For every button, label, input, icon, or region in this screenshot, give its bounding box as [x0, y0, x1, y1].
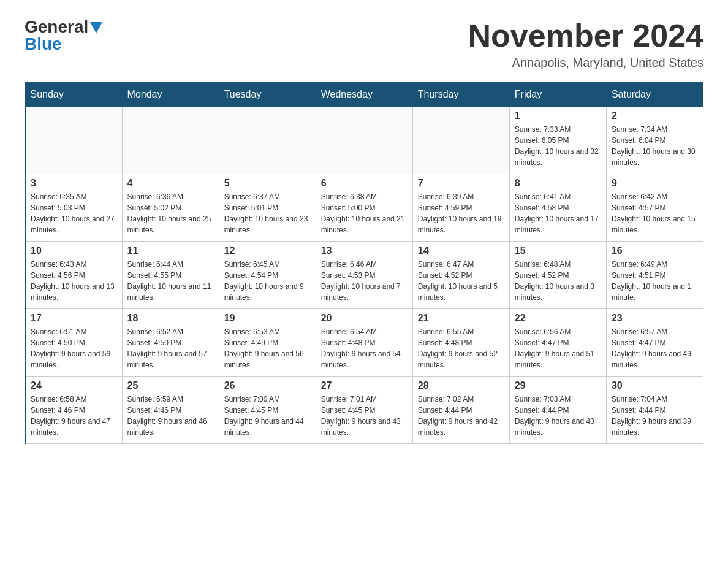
- calendar-cell: 29Sunrise: 7:03 AMSunset: 4:44 PMDayligh…: [509, 377, 606, 444]
- day-number: 10: [31, 245, 117, 256]
- day-number: 23: [612, 313, 698, 324]
- calendar-cell: 12Sunrise: 6:45 AMSunset: 4:54 PMDayligh…: [219, 242, 316, 309]
- day-info: Sunrise: 6:39 AMSunset: 4:59 PMDaylight:…: [418, 191, 504, 236]
- day-number: 2: [612, 110, 698, 121]
- logo: General Blue: [25, 18, 102, 53]
- day-info: Sunrise: 6:54 AMSunset: 4:48 PMDaylight:…: [321, 326, 408, 370]
- calendar-cell: [316, 107, 412, 174]
- day-number: 15: [515, 245, 601, 256]
- day-number: 29: [515, 380, 601, 391]
- calendar-cell: 6Sunrise: 6:38 AMSunset: 5:00 PMDaylight…: [316, 174, 412, 242]
- calendar-table: Sunday Monday Tuesday Wednesday Thursday…: [25, 82, 703, 444]
- day-info: Sunrise: 6:38 AMSunset: 5:00 PMDaylight:…: [321, 191, 408, 236]
- day-info: Sunrise: 7:01 AMSunset: 4:45 PMDaylight:…: [321, 394, 408, 438]
- day-info: Sunrise: 6:35 AMSunset: 5:03 PMDaylight:…: [31, 191, 117, 236]
- day-info: Sunrise: 7:34 AMSunset: 6:04 PMDaylight:…: [612, 124, 698, 168]
- day-number: 26: [224, 380, 311, 391]
- calendar-cell: 4Sunrise: 6:36 AMSunset: 5:02 PMDaylight…: [122, 174, 219, 242]
- day-number: 1: [515, 110, 601, 121]
- day-number: 16: [612, 245, 698, 256]
- day-number: 12: [224, 245, 311, 256]
- calendar-cell: 10Sunrise: 6:43 AMSunset: 4:56 PMDayligh…: [25, 242, 122, 309]
- col-sunday: Sunday: [25, 83, 122, 107]
- day-info: Sunrise: 6:36 AMSunset: 5:02 PMDaylight:…: [127, 191, 214, 236]
- day-info: Sunrise: 6:55 AMSunset: 4:48 PMDaylight:…: [418, 326, 504, 370]
- day-info: Sunrise: 6:52 AMSunset: 4:50 PMDaylight:…: [127, 326, 214, 370]
- col-thursday: Thursday: [412, 83, 509, 107]
- day-info: Sunrise: 7:04 AMSunset: 4:44 PMDaylight:…: [612, 394, 698, 438]
- calendar-cell: 20Sunrise: 6:54 AMSunset: 4:48 PMDayligh…: [316, 309, 412, 377]
- calendar-cell: 25Sunrise: 6:59 AMSunset: 4:46 PMDayligh…: [122, 377, 219, 444]
- day-info: Sunrise: 7:00 AMSunset: 4:45 PMDaylight:…: [224, 394, 311, 438]
- calendar-cell: 21Sunrise: 6:55 AMSunset: 4:48 PMDayligh…: [412, 309, 509, 377]
- calendar-cell: 18Sunrise: 6:52 AMSunset: 4:50 PMDayligh…: [122, 309, 219, 377]
- day-info: Sunrise: 7:33 AMSunset: 6:05 PMDaylight:…: [515, 124, 601, 168]
- calendar-cell: 27Sunrise: 7:01 AMSunset: 4:45 PMDayligh…: [316, 377, 412, 444]
- logo-arrow-icon: [90, 22, 102, 33]
- day-number: 27: [321, 380, 408, 391]
- calendar-cell: 15Sunrise: 6:48 AMSunset: 4:52 PMDayligh…: [509, 242, 606, 309]
- col-friday: Friday: [509, 83, 606, 107]
- calendar-cell: 26Sunrise: 7:00 AMSunset: 4:45 PMDayligh…: [219, 377, 316, 444]
- header-row: Sunday Monday Tuesday Wednesday Thursday…: [25, 83, 703, 107]
- calendar-cell: 3Sunrise: 6:35 AMSunset: 5:03 PMDaylight…: [25, 174, 122, 242]
- logo-general: General: [25, 18, 88, 36]
- day-number: 3: [31, 178, 117, 189]
- calendar-header: Sunday Monday Tuesday Wednesday Thursday…: [25, 83, 703, 107]
- day-number: 8: [515, 178, 601, 189]
- calendar-cell: 8Sunrise: 6:41 AMSunset: 4:58 PMDaylight…: [509, 174, 606, 242]
- title-area: November 2024 Annapolis, Maryland, Unite…: [468, 18, 703, 70]
- calendar-cell: [412, 107, 509, 174]
- day-number: 19: [224, 313, 311, 324]
- day-number: 25: [127, 380, 214, 391]
- calendar-cell: 16Sunrise: 6:49 AMSunset: 4:51 PMDayligh…: [606, 242, 703, 309]
- calendar-cell: 17Sunrise: 6:51 AMSunset: 4:50 PMDayligh…: [25, 309, 122, 377]
- day-info: Sunrise: 6:56 AMSunset: 4:47 PMDaylight:…: [515, 326, 601, 370]
- day-number: 11: [127, 245, 214, 256]
- calendar-cell: 1Sunrise: 7:33 AMSunset: 6:05 PMDaylight…: [509, 107, 606, 174]
- calendar-cell: 30Sunrise: 7:04 AMSunset: 4:44 PMDayligh…: [606, 377, 703, 444]
- day-number: 21: [418, 313, 504, 324]
- day-number: 18: [127, 313, 214, 324]
- day-number: 28: [418, 380, 504, 391]
- day-info: Sunrise: 7:02 AMSunset: 4:44 PMDaylight:…: [418, 394, 504, 438]
- day-info: Sunrise: 6:43 AMSunset: 4:56 PMDaylight:…: [31, 259, 117, 303]
- calendar-cell: [219, 107, 316, 174]
- day-number: 30: [612, 380, 698, 391]
- svg-marker-0: [90, 22, 102, 33]
- day-info: Sunrise: 6:46 AMSunset: 4:53 PMDaylight:…: [321, 259, 408, 303]
- day-number: 17: [31, 313, 117, 324]
- day-number: 22: [515, 313, 601, 324]
- day-info: Sunrise: 6:57 AMSunset: 4:47 PMDaylight:…: [612, 326, 698, 370]
- day-number: 20: [321, 313, 408, 324]
- day-number: 4: [127, 178, 214, 189]
- day-number: 5: [224, 178, 311, 189]
- calendar-week-2: 3Sunrise: 6:35 AMSunset: 5:03 PMDaylight…: [25, 174, 703, 242]
- calendar-cell: 9Sunrise: 6:42 AMSunset: 4:57 PMDaylight…: [606, 174, 703, 242]
- calendar-cell: [25, 107, 122, 174]
- calendar-week-5: 24Sunrise: 6:58 AMSunset: 4:46 PMDayligh…: [25, 377, 703, 444]
- day-number: 7: [418, 178, 504, 189]
- day-info: Sunrise: 6:41 AMSunset: 4:58 PMDaylight:…: [515, 191, 601, 236]
- month-title: November 2024: [468, 18, 703, 53]
- calendar-week-3: 10Sunrise: 6:43 AMSunset: 4:56 PMDayligh…: [25, 242, 703, 309]
- day-info: Sunrise: 7:03 AMSunset: 4:44 PMDaylight:…: [515, 394, 601, 438]
- day-number: 6: [321, 178, 408, 189]
- day-info: Sunrise: 6:44 AMSunset: 4:55 PMDaylight:…: [127, 259, 214, 303]
- calendar-cell: 23Sunrise: 6:57 AMSunset: 4:47 PMDayligh…: [606, 309, 703, 377]
- col-tuesday: Tuesday: [219, 83, 316, 107]
- calendar-cell: 2Sunrise: 7:34 AMSunset: 6:04 PMDaylight…: [606, 107, 703, 174]
- calendar-week-1: 1Sunrise: 7:33 AMSunset: 6:05 PMDaylight…: [25, 107, 703, 174]
- day-info: Sunrise: 6:59 AMSunset: 4:46 PMDaylight:…: [127, 394, 214, 438]
- calendar-body: 1Sunrise: 7:33 AMSunset: 6:05 PMDaylight…: [25, 107, 703, 444]
- calendar-cell: 11Sunrise: 6:44 AMSunset: 4:55 PMDayligh…: [122, 242, 219, 309]
- day-number: 24: [31, 380, 117, 391]
- calendar-cell: 13Sunrise: 6:46 AMSunset: 4:53 PMDayligh…: [316, 242, 412, 309]
- day-info: Sunrise: 6:42 AMSunset: 4:57 PMDaylight:…: [612, 191, 698, 236]
- day-info: Sunrise: 6:37 AMSunset: 5:01 PMDaylight:…: [224, 191, 311, 236]
- day-info: Sunrise: 6:49 AMSunset: 4:51 PMDaylight:…: [612, 259, 698, 303]
- calendar-cell: 28Sunrise: 7:02 AMSunset: 4:44 PMDayligh…: [412, 377, 509, 444]
- day-info: Sunrise: 6:48 AMSunset: 4:52 PMDaylight:…: [515, 259, 601, 303]
- location-title: Annapolis, Maryland, United States: [468, 56, 703, 70]
- day-number: 9: [612, 178, 698, 189]
